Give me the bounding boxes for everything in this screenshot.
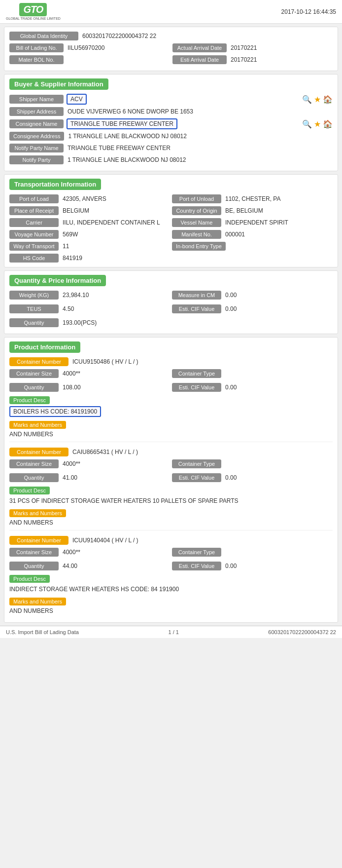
container-qty-value-2: 41.00	[59, 473, 170, 483]
container-type-row-3: Container Type	[172, 547, 333, 557]
star-icon[interactable]: ★	[314, 95, 321, 104]
inbond-entry-row: In-bond Entry Type	[172, 241, 333, 251]
weight-row: Weight (KG) 23,984.10	[9, 290, 170, 300]
container-number-value-1: ICUU9150486 ( HV / L / )	[68, 357, 333, 367]
master-bol-label: Mater BOL No.	[9, 55, 64, 64]
product-desc-value-3: INDIRECT STORAGE WATER HEATERS HS CODE: …	[9, 585, 333, 594]
search-icon[interactable]: 🔍	[302, 95, 312, 104]
shipper-address-value: OUDE VIJVERWEG 6 NONE DWORP BE 1653	[64, 107, 333, 116]
esti-cif-value: 0.00	[221, 304, 333, 314]
notify-party-name-row: Notify Party Name TRIANGLE TUBE FREEWAY …	[9, 143, 333, 153]
container-cif-row-1: Esti. CIF Value 0.00	[172, 382, 333, 392]
port-of-unload-value: 1102, CHESTER, PA	[221, 194, 333, 204]
container-qty-value-3: 44.00	[59, 561, 170, 571]
quantity-price-title: Quantity & Price Information	[9, 275, 106, 286]
way-of-transport-label: Way of Transport	[9, 242, 59, 251]
marks-value-3: AND NUMBERS	[9, 606, 333, 615]
product-desc-section-1: Product Desc BOILERS HS CODE: 84191900	[9, 396, 333, 417]
place-of-receipt-value: BELGIUM	[59, 206, 170, 216]
notify-party-label: Notify Party	[9, 155, 64, 164]
voyage-number-value: 569W	[59, 229, 170, 239]
bol-row: Bill of Lading No. IILU56970200 Actual A…	[9, 43, 333, 55]
container-block-2: Container Number CAIU8665431 ( HV / L / …	[9, 447, 333, 530]
marks-section-1: Marks and Numbers AND NUMBERS	[9, 419, 333, 439]
consignee-address-value: 1 TRIANGLE LANE BLACKWOOD NJ 08012	[64, 131, 333, 141]
master-bol-row: Mater BOL No. Esti Arrival Date 20170221	[9, 55, 333, 67]
home-icon[interactable]: 🏠	[323, 95, 333, 104]
way-of-transport-value: 11	[59, 241, 170, 251]
footer-left: U.S. Import Bill of Lading Data	[6, 629, 79, 635]
consignee-star-icon[interactable]: ★	[314, 119, 321, 129]
container-number-label-3: Container Number	[9, 536, 68, 545]
hs-code-label: HS Code	[9, 254, 59, 263]
container-number-label-2: Container Number	[9, 448, 68, 456]
shipper-address-row: Shipper Address OUDE VIJVERWEG 6 NONE DW…	[9, 107, 333, 116]
weight-value: 23,984.10	[59, 290, 170, 300]
product-desc-value-1: BOILERS HS CODE: 84191900	[9, 406, 101, 417]
esti-cif-row: Esti. CIF Value 0.00	[172, 304, 333, 314]
datetime: 2017-10-12 16:44:35	[281, 8, 336, 15]
container-block-3: Container Number ICUU9140404 ( HV / L / …	[9, 535, 333, 618]
container-qty-label-2: Quantity	[9, 473, 59, 482]
esti-cif-label: Esti. CIF Value	[172, 304, 221, 313]
measure-label: Measure in CM	[172, 291, 221, 300]
teus-row: TEUS 4.50	[9, 304, 170, 314]
shipper-icons: 🔍 ★ 🏠	[302, 95, 333, 104]
consignee-name-row: Consignee Name TRIANGLE TUBE FREEWAY CEN…	[9, 118, 333, 129]
consignee-home-icon[interactable]: 🏠	[323, 119, 333, 129]
country-of-origin-value: BE, BELGIUM	[221, 206, 333, 216]
marks-label-2: Marks and Numbers	[9, 509, 66, 517]
teus-label: TEUS	[9, 304, 59, 313]
port-of-load-value: 42305, ANVERS	[59, 194, 170, 204]
container-size-label-3: Container Size	[9, 548, 59, 557]
quantity-value: 193.00(PCS)	[59, 318, 170, 328]
consignee-address-label: Consignee Address	[9, 132, 64, 141]
port-of-unload-row: Port of Unload 1102, CHESTER, PA	[172, 194, 333, 204]
esti-arrival-label: Esti Arrival Date	[172, 55, 227, 64]
country-of-origin-label: Country of Origin	[172, 206, 221, 215]
container-qty-row-2: Quantity 41.00	[9, 473, 170, 483]
vessel-name-row: Vessel Name INDEPENDENT SPIRIT	[172, 218, 333, 227]
container-size-value-1: 4000**	[59, 369, 170, 378]
consignee-search-icon[interactable]: 🔍	[302, 119, 312, 129]
marks-label-1: Marks and Numbers	[9, 421, 66, 429]
container-qty-label-3: Quantity	[9, 562, 59, 570]
container-number-value-2: CAIU8665431 ( HV / L / )	[68, 447, 333, 457]
container-type-label-1: Container Type	[172, 369, 221, 378]
vessel-name-value: INDEPENDENT SPIRIT	[221, 218, 333, 227]
master-bol-value	[64, 58, 170, 61]
hs-code-row: HS Code 841919	[9, 253, 170, 263]
logo: GTO GLOBAL TRADE ONLINE LIMITED	[6, 3, 61, 20]
carrier-value: IILU, INDEPENDENT CONTAINER L	[59, 218, 170, 227]
container-qty-value-1: 108.00	[59, 382, 170, 392]
way-of-transport-row: Way of Transport 11	[9, 241, 170, 251]
place-of-receipt-label: Place of Receipt	[9, 206, 59, 215]
bol-field: Bill of Lading No. IILU56970200	[9, 43, 170, 53]
quantity-row: Quantity 193.00(PCS)	[9, 318, 170, 328]
product-desc-section-2: Product Desc 31 PCS OF INDIRECT STORAGE …	[9, 487, 333, 505]
transport-grid: Port of Load 42305, ANVERS Port of Unloa…	[9, 194, 333, 263]
product-desc-text-1: BOILERS HS CODE: 84191900	[9, 406, 333, 417]
hs-code-value: 841919	[59, 253, 170, 263]
product-info-section: Product Information Container Number ICU…	[4, 337, 338, 623]
logo-text: GTO	[19, 3, 47, 16]
container-number-row-2: Container Number CAIU8665431 ( HV / L / …	[9, 447, 333, 457]
footer-center: 1 / 1	[168, 629, 178, 635]
container-type-value-3	[221, 551, 333, 554]
carrier-label: Carrier	[9, 218, 59, 227]
inbond-entry-label: In-bond Entry Type	[172, 242, 226, 251]
logo-subtitle: GLOBAL TRADE ONLINE LIMITED	[6, 17, 61, 20]
actual-arrival-field: Actual Arrival Date 20170221	[172, 43, 333, 53]
buyer-supplier-section: Buyer & Supplier Information Shipper Nam…	[4, 74, 338, 171]
global-id-row: Global Data Identity 6003201702220000437…	[9, 31, 333, 41]
actual-arrival-value: 20170221	[227, 43, 333, 53]
weight-label: Weight (KG)	[9, 291, 59, 300]
container-cif-value-3: 0.00	[221, 561, 333, 571]
global-id-label: Global Data Identity	[9, 32, 78, 40]
manifest-no-label: Manifest No.	[172, 230, 221, 239]
bol-label: Bill of Lading No.	[9, 43, 64, 52]
marks-value-1: AND NUMBERS	[9, 430, 333, 439]
container-number-row-1: Container Number ICUU9150486 ( HV / L / …	[9, 357, 333, 367]
container-size-value-2: 4000**	[59, 459, 170, 469]
marks-value-2: AND NUMBERS	[9, 518, 333, 527]
